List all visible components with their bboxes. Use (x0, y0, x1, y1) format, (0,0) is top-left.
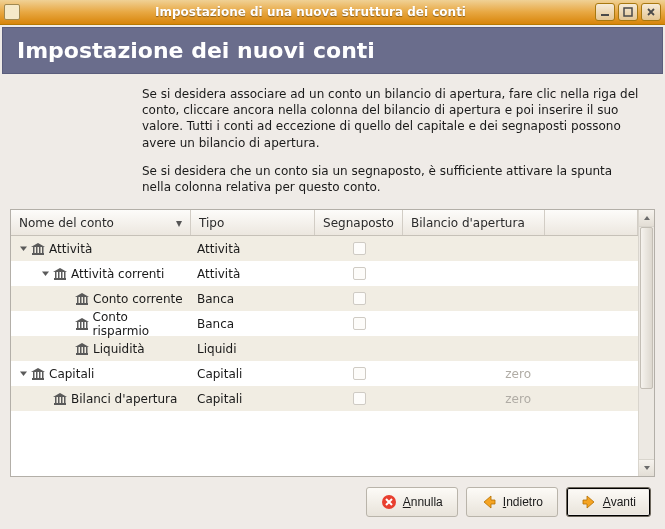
window-controls (595, 3, 661, 21)
bank-icon (75, 343, 89, 355)
svg-rect-25 (83, 347, 85, 353)
table-row[interactable]: Conto risparmioBanca (11, 311, 638, 336)
svg-rect-29 (36, 372, 38, 378)
column-header-placeholder[interactable]: Segnaposto (315, 210, 403, 235)
placeholder-checkbox[interactable] (353, 367, 366, 380)
svg-rect-2 (32, 253, 44, 255)
cell-account-name: Attività (11, 236, 191, 261)
svg-rect-12 (76, 303, 88, 305)
cell-placeholder (315, 386, 403, 411)
table-inner: Nome del conto ▾ Tipo Segnaposto Bilanci… (11, 210, 638, 476)
svg-rect-15 (83, 297, 85, 303)
svg-rect-14 (80, 297, 82, 303)
table-row[interactable]: CapitaliCapitalizero (11, 361, 638, 386)
cell-placeholder (315, 336, 403, 361)
column-label: Segnaposto (323, 216, 394, 230)
vertical-scrollbar[interactable] (638, 210, 654, 476)
table-header: Nome del conto ▾ Tipo Segnaposto Bilanci… (11, 210, 638, 236)
placeholder-checkbox[interactable] (353, 292, 366, 305)
column-header-balance[interactable]: Bilancio d'apertura (403, 210, 545, 235)
cell-opening-balance[interactable]: zero (403, 386, 545, 411)
back-button[interactable]: Indietro (466, 487, 558, 517)
bank-icon (31, 368, 45, 380)
minimize-button[interactable] (595, 3, 615, 21)
cancel-icon (381, 494, 397, 510)
scroll-thumb[interactable] (640, 227, 653, 389)
placeholder-checkbox[interactable] (353, 392, 366, 405)
svg-rect-1 (624, 8, 632, 16)
svg-rect-17 (76, 328, 88, 330)
cell-opening-balance[interactable] (403, 236, 545, 261)
svg-rect-4 (36, 247, 38, 253)
placeholder-checkbox[interactable] (353, 267, 366, 280)
expander-icon[interactable] (39, 269, 51, 278)
table-row[interactable]: AttivitàAttività (11, 236, 638, 261)
table-body: AttivitàAttivitàAttività correntiAttivit… (11, 236, 638, 476)
svg-rect-35 (61, 397, 63, 403)
expander-icon[interactable] (17, 244, 29, 253)
svg-rect-5 (39, 247, 41, 253)
close-button[interactable] (641, 3, 661, 21)
bank-icon (53, 393, 67, 405)
column-header-type[interactable]: Tipo (191, 210, 315, 235)
page-title: Impostazione dei nuovi conti (2, 27, 663, 74)
column-header-name[interactable]: Nome del conto ▾ (11, 210, 191, 235)
svg-rect-32 (54, 403, 66, 405)
cell-opening-balance[interactable] (403, 311, 545, 336)
account-name-label: Conto risparmio (93, 310, 185, 338)
svg-rect-11 (64, 272, 66, 278)
svg-rect-33 (55, 397, 57, 403)
svg-rect-30 (39, 372, 41, 378)
placeholder-checkbox[interactable] (353, 242, 366, 255)
dialog-footer: Annulla Indietro Avanti (2, 477, 663, 527)
cell-opening-balance[interactable] (403, 336, 545, 361)
scroll-up-button[interactable] (639, 210, 654, 226)
cell-opening-balance[interactable]: zero (403, 361, 545, 386)
svg-rect-6 (42, 247, 44, 253)
cell-type: Liquidi (191, 336, 315, 361)
forward-arrow-icon (581, 494, 597, 510)
svg-rect-20 (83, 322, 85, 328)
scroll-down-button[interactable] (639, 460, 654, 476)
table-row[interactable]: Bilanci d'aperturaCapitalizero (11, 386, 638, 411)
table-row[interactable]: Attività correntiAttività (11, 261, 638, 286)
account-name-label: Bilanci d'apertura (71, 392, 177, 406)
bank-icon (53, 268, 67, 280)
button-label: Indietro (503, 495, 543, 509)
cell-account-name: Attività correnti (11, 261, 191, 286)
column-label: Bilancio d'apertura (411, 216, 525, 230)
scroll-track[interactable] (639, 226, 654, 460)
bank-icon (75, 293, 89, 305)
dialog-body: Impostazione dei nuovi conti Se si desid… (0, 25, 665, 529)
placeholder-checkbox[interactable] (353, 317, 366, 330)
svg-rect-27 (32, 378, 44, 380)
button-label: Annulla (403, 495, 443, 509)
column-label: Tipo (199, 216, 224, 230)
maximize-button[interactable] (618, 3, 638, 21)
titlebar[interactable]: Impostazione di una nuova struttura dei … (0, 0, 665, 25)
window-title: Impostazione di una nuova struttura dei … (26, 5, 595, 19)
bank-icon (31, 243, 45, 255)
svg-rect-31 (42, 372, 44, 378)
accounts-table: Nome del conto ▾ Tipo Segnaposto Bilanci… (10, 209, 655, 477)
cell-opening-balance[interactable] (403, 261, 545, 286)
column-label: Nome del conto (19, 216, 114, 230)
cell-type: Banca (191, 311, 315, 336)
expander-icon[interactable] (17, 369, 29, 378)
forward-button[interactable]: Avanti (566, 487, 651, 517)
cell-account-name: Bilanci d'apertura (11, 386, 191, 411)
cell-opening-balance[interactable] (403, 286, 545, 311)
table-row[interactable]: LiquiditàLiquidi (11, 336, 638, 361)
svg-rect-34 (58, 397, 60, 403)
svg-rect-28 (33, 372, 35, 378)
cell-placeholder (315, 261, 403, 286)
cell-account-name: Liquidità (11, 336, 191, 361)
svg-rect-24 (80, 347, 82, 353)
description-p1: Se si desidera associare ad un conto un … (142, 86, 643, 151)
sort-indicator-icon: ▾ (176, 216, 182, 230)
table-row[interactable]: Conto correnteBanca (11, 286, 638, 311)
cell-account-name: Capitali (11, 361, 191, 386)
svg-rect-19 (80, 322, 82, 328)
svg-rect-26 (86, 347, 88, 353)
cancel-button[interactable]: Annulla (366, 487, 458, 517)
